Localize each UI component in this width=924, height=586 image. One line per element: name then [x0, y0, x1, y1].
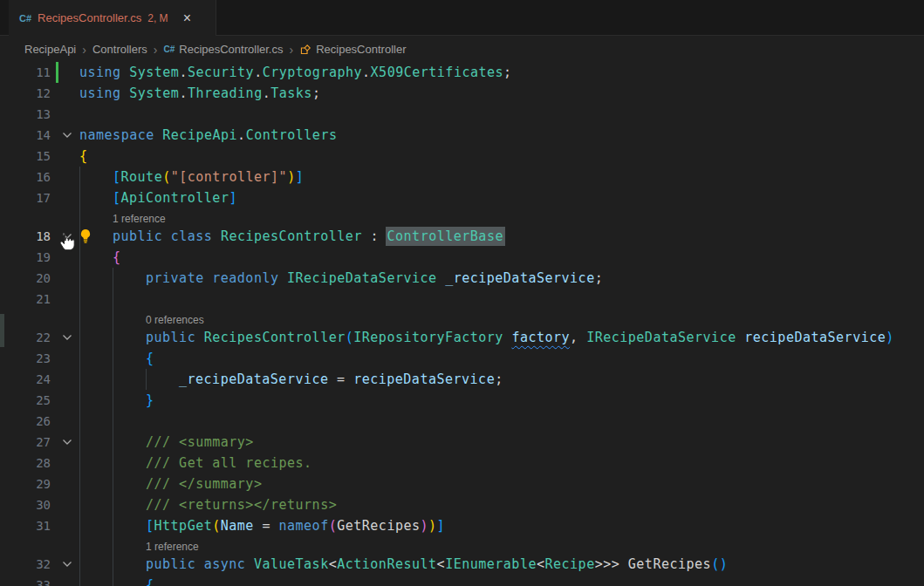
line-number[interactable]: 30	[0, 494, 51, 515]
code-line[interactable]: 25}	[0, 390, 924, 411]
code-line[interactable]: 27/// <summary>	[0, 432, 924, 453]
code-line[interactable]: 33{	[0, 575, 924, 586]
code-token: {	[113, 249, 121, 265]
breadcrumb-label: Controllers	[92, 43, 147, 56]
line-number[interactable]: 15	[0, 146, 51, 167]
indent-guide	[113, 268, 113, 289]
chevron-down-icon[interactable]	[60, 229, 74, 243]
code-line[interactable]: 21	[0, 289, 924, 310]
code-line[interactable]: 20private readonly IRecipeDataService _r…	[0, 268, 924, 289]
code-text[interactable]: [HttpGet(Name = nameof(GetRecipes))]	[146, 515, 445, 536]
codelens-references-link[interactable]: 1 reference	[146, 541, 199, 553]
codelens-references-link[interactable]: 0 references	[146, 314, 204, 326]
code-line[interactable]: 30/// <returns></returns>	[0, 494, 924, 515]
code-text[interactable]: _recipeDataService = recipeDataService;	[179, 369, 503, 390]
code-line[interactable]: 31[HttpGet(Name = nameof(GetRecipes))]	[0, 515, 924, 536]
breadcrumb-item-recipeapi[interactable]: RecipeApi	[24, 43, 76, 56]
code-line[interactable]: 24_recipeDataService = recipeDataService…	[0, 369, 924, 390]
line-number[interactable]: 33	[0, 575, 51, 586]
code-token: <	[329, 556, 338, 572]
line-number[interactable]: 25	[0, 390, 51, 411]
code-line[interactable]: 17[ApiController]	[0, 187, 924, 208]
line-number[interactable]: 18	[0, 226, 51, 247]
code-text[interactable]: using System.Threading.Tasks;	[79, 83, 320, 104]
breadcrumb-item-recipescontroller[interactable]: RecipesController	[299, 43, 406, 56]
line-number[interactable]: 13	[0, 104, 51, 125]
breadcrumb-item-controllers[interactable]: Controllers	[92, 43, 147, 56]
chevron-down-icon[interactable]	[60, 128, 74, 142]
code-line[interactable]: 16[Route("[controller]")]	[0, 167, 924, 187]
line-number[interactable]: 19	[0, 247, 51, 268]
code-text[interactable]: {	[146, 348, 154, 369]
code-text[interactable]: /// Get all recipes.	[146, 453, 312, 474]
chevron-down-icon[interactable]	[60, 557, 74, 571]
line-number[interactable]: 11	[0, 62, 51, 83]
line-number[interactable]: 16	[0, 167, 51, 187]
code-token: ()	[711, 556, 728, 572]
close-icon[interactable]: ×	[183, 11, 191, 25]
line-number[interactable]: 23	[0, 348, 51, 369]
chevron-down-icon[interactable]	[60, 330, 74, 344]
code-text[interactable]: public RecipesController(IRepositoryFact…	[146, 327, 894, 348]
code-text[interactable]: {	[113, 247, 121, 268]
code-editor[interactable]: 11using System.Security.Cryptography.X50…	[0, 62, 924, 586]
code-token: )	[886, 330, 894, 345]
code-line[interactable]: 15{	[0, 146, 924, 167]
code-text[interactable]: [Route("[controller]")]	[113, 167, 304, 187]
chevron-down-icon[interactable]	[60, 435, 74, 449]
indent-guide	[79, 494, 80, 515]
code-token: ,	[570, 330, 586, 345]
indent-guide	[113, 453, 113, 474]
code-text[interactable]: [ApiController]	[113, 187, 237, 208]
code-token: X509Certificates	[371, 65, 504, 80]
code-line[interactable]: 28/// Get all recipes.	[0, 453, 924, 474]
code-line[interactable]: 11using System.Security.Cryptography.X50…	[0, 62, 924, 83]
tab-recipescontroller[interactable]: C# RecipesController.cs 2, M ×	[9, 0, 216, 36]
code-text[interactable]: using System.Security.Cryptography.X509C…	[79, 62, 512, 83]
codelens-references-link[interactable]: 1 reference	[113, 213, 166, 225]
code-line[interactable]: 32public async ValueTask<ActionResult<IE…	[0, 554, 924, 575]
indent-guide	[79, 554, 80, 575]
code-line[interactable]: 19{	[0, 247, 924, 268]
breadcrumb-label: RecipesController.cs	[179, 43, 283, 56]
line-number[interactable]: 31	[0, 515, 51, 536]
line-number[interactable]: 21	[0, 289, 51, 310]
indent-guide	[113, 411, 113, 432]
code-text[interactable]: public class RecipesController : Control…	[113, 226, 503, 247]
code-text[interactable]: /// <summary>	[146, 432, 254, 453]
line-number[interactable]: 22	[0, 327, 51, 348]
codelens-row: 1 reference	[0, 208, 924, 226]
code-text[interactable]: public async ValueTask<ActionResult<IEnu…	[146, 554, 728, 575]
code-text[interactable]: }	[146, 390, 154, 411]
line-number[interactable]: 17	[0, 187, 51, 208]
code-text[interactable]: {	[146, 575, 154, 586]
line-number[interactable]: 20	[0, 268, 51, 289]
code-line[interactable]: 12using System.Threading.Tasks;	[0, 83, 924, 104]
line-number[interactable]: 14	[0, 125, 51, 146]
code-line[interactable]: 22public RecipesController(IRepositoryFa…	[0, 327, 924, 348]
code-text[interactable]: /// <returns></returns>	[146, 494, 337, 515]
code-token: /// Get all recipes.	[146, 455, 312, 471]
code-token: <	[537, 556, 545, 572]
line-number[interactable]: 28	[0, 453, 51, 474]
code-line[interactable]: 13	[0, 104, 924, 125]
code-text[interactable]: /// </summary>	[146, 474, 262, 494]
line-number[interactable]: 32	[0, 554, 51, 575]
breadcrumb-item-recipescontroller-cs[interactable]: C#RecipesController.cs	[163, 43, 283, 56]
code-line[interactable]: 26	[0, 411, 924, 432]
code-text[interactable]: private readonly IRecipeDataService _rec…	[146, 268, 603, 289]
code-line[interactable]: 18public class RecipesController : Contr…	[0, 226, 924, 247]
line-number[interactable]: 27	[0, 432, 51, 453]
line-number[interactable]: 12	[0, 83, 51, 104]
code-text[interactable]: namespace RecipeApi.Controllers	[79, 125, 337, 146]
code-line[interactable]: 29/// </summary>	[0, 474, 924, 494]
code-line[interactable]: 14namespace RecipeApi.Controllers	[0, 125, 924, 146]
code-text[interactable]: {	[79, 146, 88, 167]
line-number[interactable]: 24	[0, 369, 51, 390]
code-token: Controllers	[246, 127, 338, 143]
indent-guide	[79, 348, 80, 369]
code-line[interactable]: 23{	[0, 348, 924, 369]
codelens-row: 0 references	[0, 310, 924, 327]
line-number[interactable]: 26	[0, 411, 51, 432]
line-number[interactable]: 29	[0, 474, 51, 494]
